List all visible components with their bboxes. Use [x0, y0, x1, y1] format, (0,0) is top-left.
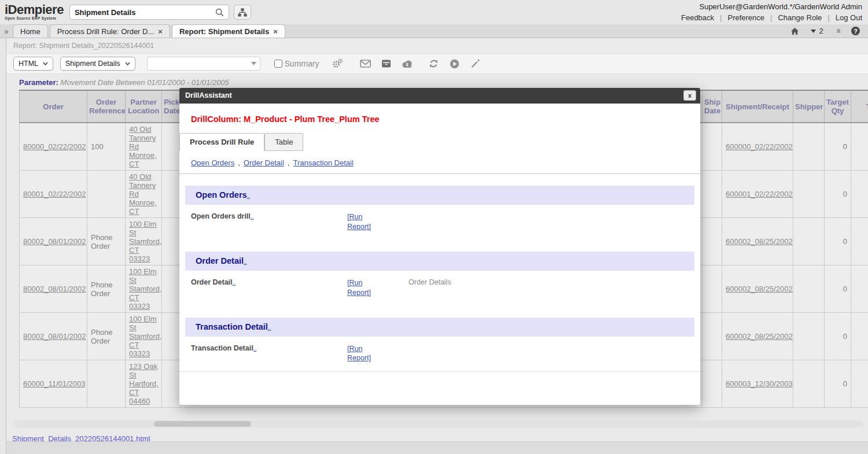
collapse-all-icon[interactable]: » [832, 28, 842, 33]
help-icon[interactable] [851, 27, 860, 35]
dialog-tabs: Process Drill Rule Table [179, 133, 689, 151]
menu-item-log-out[interactable]: Log Out [836, 13, 862, 22]
tab-close-icon[interactable]: × [273, 28, 278, 35]
order-reference-cell [87, 171, 126, 218]
quick-link-transaction-detail[interactable]: Transaction Detail [293, 158, 353, 167]
partner-location-link[interactable]: 40 Old Tannery Rd Monroe, CT [129, 125, 157, 168]
run-report-link[interactable]: [Run Report] [347, 278, 383, 298]
horizontal-scrollbar-thumb[interactable] [154, 421, 251, 427]
column-header-target-qty: Target Qty [825, 90, 851, 123]
drill-column-label: DrillColumn: M_Product - Plum Tree_Plum … [191, 115, 689, 124]
order-link[interactable]: 80002_08/01/2002 [23, 237, 86, 246]
column-header-pick-date: Pick Date [162, 90, 182, 123]
section-more-link[interactable]: .. [268, 324, 271, 331]
app-logo: iDempiere Open Source ERP System [5, 3, 64, 21]
pick-date-cell [162, 265, 182, 313]
dialog-title-bar[interactable]: DrillAssistant x [179, 88, 700, 104]
tab-close-icon[interactable]: × [158, 28, 163, 35]
shipment-receipt-link[interactable]: 600002_08/25/2002 [726, 332, 793, 341]
section-header-transaction-detail: Transaction Detail.. [185, 318, 694, 337]
global-search[interactable] [69, 5, 229, 20]
run-report-link[interactable]: [Run Report] [347, 344, 383, 364]
parameter-label: Parameter: [19, 78, 58, 87]
export-cloud-icon[interactable] [400, 57, 414, 71]
shipment-receipt-link[interactable]: 600000_02/22/2002 [726, 142, 793, 151]
summary-checkbox[interactable] [274, 60, 282, 68]
run-report-link[interactable]: [Run Report] [347, 212, 383, 232]
print-format-combobox[interactable] [147, 57, 260, 71]
drill-rule-more-link[interactable]: .. [233, 279, 236, 286]
search-icon[interactable] [214, 6, 226, 19]
partner-location-link[interactable]: 100 Elm St Stamford, CT 03323 [129, 267, 161, 311]
section-header-open-orders: Open Orders.. [185, 186, 694, 205]
tab-overflow-chevron-icon[interactable]: » [0, 27, 13, 36]
report-wizard-icon[interactable] [468, 57, 482, 71]
drill-rule-more-link[interactable]: .. [251, 213, 254, 220]
menu-item-change-role[interactable]: Change Role [778, 13, 822, 22]
tab-home[interactable]: Home [13, 24, 48, 38]
app-logo-title: iDempiere [5, 3, 64, 16]
order-reference-cell: Phone Order [87, 313, 126, 360]
order-link[interactable]: 80000_02/22/2002 [23, 142, 86, 151]
send-mail-icon[interactable] [358, 57, 372, 71]
archive-icon[interactable] [379, 57, 393, 71]
search-input[interactable] [75, 8, 214, 17]
partner-location-link[interactable]: 100 Elm St Stamford, CT 03323 [129, 315, 161, 358]
open-windows-count: 2 [819, 27, 823, 35]
shipment-receipt-link[interactable]: 600002_08/25/2002 [726, 237, 793, 246]
home-icon[interactable] [790, 27, 799, 35]
shipment-receipt-link[interactable]: 600003_12/30/2003 [726, 379, 793, 388]
target-qty-cell: 0 [825, 171, 851, 218]
user-menu: Feedback | Preference | Change Role | Lo… [681, 13, 862, 22]
drill-row-open-orders: Open Orders drill.. [Run Report] [179, 205, 700, 240]
export-format-select[interactable]: HTML [13, 57, 53, 71]
ship-date-cell [703, 171, 722, 218]
section-more-link[interactable]: .. [247, 193, 251, 199]
shipment-receipt-link[interactable]: 600001_02/22/2002 [726, 190, 793, 198]
refresh-icon[interactable] [426, 57, 440, 71]
tab-process-drill-rule[interactable]: Process Drill Rule: Order D... × [50, 24, 170, 38]
tab-table-modal[interactable]: Table [264, 133, 303, 151]
order-reference-cell: Phone Order [87, 218, 126, 265]
process-gears-icon[interactable] [330, 57, 344, 71]
menu-item-preference[interactable]: Preference [727, 13, 764, 22]
dialog-close-button[interactable]: x [683, 90, 696, 101]
shipper-cell [793, 360, 825, 408]
caret-down-icon [251, 62, 256, 65]
partner-location-link[interactable]: 123 Oak St Hartford, CT 04460 [129, 362, 159, 405]
drill-assistant-dialog: DrillAssistant x DrillColumn: M_Product … [179, 88, 700, 405]
order-link[interactable]: 80002_08/01/2002 [23, 285, 86, 293]
menu-item-feedback[interactable]: Feedback [681, 13, 714, 22]
report-select[interactable]: Shipment Details [60, 57, 135, 71]
tab-process-drill-rule-modal[interactable]: Process Drill Rule [179, 133, 264, 151]
horizontal-scrollbar [13, 420, 863, 427]
partner-location-link[interactable]: 40 Old Tannery Rd Monroe, CT [129, 172, 157, 216]
shipment-receipt-link[interactable]: 600002_08/25/2002 [726, 285, 793, 293]
partner-location-link[interactable]: 100 Elm St Stamford, CT 03323 [129, 220, 161, 263]
order-link[interactable]: 60000_11/01/2003 [23, 379, 85, 388]
drill-rule-description: Order Details [409, 278, 451, 286]
column-header-shipment-receipt: Shipment/Receipt [722, 90, 793, 123]
summary-toggle[interactable]: Summary [274, 59, 319, 68]
order-link[interactable]: 80001_02/22/2002 [23, 190, 86, 198]
section-title: Order Detail [196, 256, 244, 265]
pick-date-cell [162, 218, 182, 265]
pick-date-cell [162, 171, 182, 218]
quick-link-open-orders[interactable]: Open Orders [191, 158, 234, 167]
run-report-icon[interactable] [447, 57, 461, 71]
ship-date-cell [703, 265, 722, 313]
parameter-value: Movement Date Between 01/01/2000 - 01/01… [61, 78, 229, 87]
section-more-link[interactable]: .. [244, 259, 247, 265]
tab-report-shipment-details[interactable]: Report: Shipment Details × [172, 24, 285, 38]
export-format-value: HTML [19, 60, 38, 68]
quick-link-order-detail[interactable]: Order Detail [244, 158, 284, 167]
target-qty-cell: 0 [825, 218, 851, 265]
open-windows-dropdown[interactable]: 2 [811, 27, 823, 35]
pick-date-cell [162, 360, 182, 408]
drill-rule-more-link[interactable]: .. [253, 345, 257, 352]
sitemap-button[interactable] [234, 5, 251, 20]
order-link[interactable]: 80002_08/01/2002 [23, 332, 86, 341]
column-header-ship-date: Ship Date [703, 90, 722, 123]
column-header-order-reference: Order Reference [87, 90, 126, 123]
drill-quick-links: Open Orders,Order Detail,Transaction Det… [179, 151, 700, 174]
